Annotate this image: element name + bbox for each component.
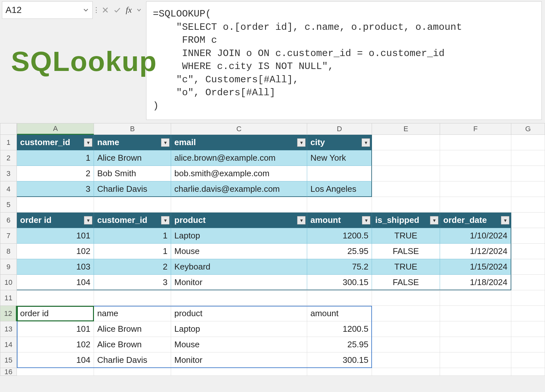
row-header[interactable]: 15	[0, 352, 17, 368]
cell[interactable]: 3	[17, 181, 94, 197]
table-header-cell[interactable]: order id▾	[17, 213, 94, 228]
cell[interactable]	[511, 150, 545, 166]
cell[interactable]	[17, 368, 94, 376]
cell[interactable]	[94, 197, 171, 213]
row-header[interactable]: 9	[0, 259, 17, 275]
cell[interactable]: Mouse	[171, 244, 307, 259]
cell[interactable]	[440, 306, 511, 321]
cell[interactable]: 25.95	[307, 337, 372, 352]
cell[interactable]: amount	[307, 306, 372, 321]
select-all-corner[interactable]	[0, 123, 17, 135]
filter-icon[interactable]: ▾	[297, 216, 306, 225]
cell[interactable]: 1/12/2024	[440, 244, 511, 259]
cell[interactable]	[307, 197, 372, 213]
cell[interactable]: 1200.5	[307, 228, 372, 244]
cell[interactable]: Mouse	[171, 337, 307, 352]
cell[interactable]: order id	[17, 306, 94, 321]
row-header[interactable]: 16	[0, 368, 17, 376]
row-header[interactable]: 11	[0, 290, 17, 306]
cell[interactable]: 1	[94, 228, 171, 244]
table-header-cell[interactable]: product▾	[171, 213, 307, 228]
cell[interactable]	[372, 150, 440, 166]
cell[interactable]: TRUE	[372, 228, 440, 244]
row-header[interactable]: 13	[0, 321, 17, 337]
column-header-e[interactable]: E	[372, 123, 440, 135]
cell[interactable]	[511, 368, 545, 376]
row-header[interactable]: 12	[0, 306, 17, 321]
row-header[interactable]: 8	[0, 244, 17, 259]
fx-icon[interactable]: fx	[126, 5, 132, 15]
cell[interactable]	[372, 337, 440, 352]
cell[interactable]	[171, 368, 307, 376]
cell[interactable]	[440, 352, 511, 368]
table-header-cell[interactable]: amount▾	[307, 213, 372, 228]
filter-icon[interactable]: ▾	[501, 216, 509, 225]
row-header[interactable]: 4	[0, 181, 17, 197]
row-header[interactable]: 6	[0, 213, 17, 228]
cell[interactable]	[440, 150, 511, 166]
row-header[interactable]: 1	[0, 135, 17, 150]
column-header-g[interactable]: G	[511, 123, 545, 135]
cell[interactable]	[440, 337, 511, 352]
name-box[interactable]: A12	[2, 1, 93, 19]
cell[interactable]	[17, 197, 94, 213]
cell[interactable]: Monitor	[171, 275, 307, 290]
cell[interactable]	[171, 290, 307, 306]
filter-icon[interactable]: ▾	[161, 138, 169, 147]
cell[interactable]: 102	[17, 244, 94, 259]
cell[interactable]: 1	[17, 150, 94, 166]
formula-input[interactable]: =SQLOOKUP( "SELECT o.[order id], c.name,…	[146, 1, 542, 120]
cell[interactable]: Bob Smith	[94, 166, 171, 181]
cell[interactable]	[17, 290, 94, 306]
cell[interactable]: Monitor	[171, 352, 307, 368]
cell[interactable]	[372, 166, 440, 181]
cell[interactable]: 104	[17, 352, 94, 368]
chevron-down-icon[interactable]	[83, 7, 89, 13]
row-header[interactable]: 10	[0, 275, 17, 290]
cell[interactable]	[440, 197, 511, 213]
cell[interactable]: Alice Brown	[94, 337, 171, 352]
cell[interactable]: FALSE	[372, 275, 440, 290]
cell[interactable]: Keyboard	[171, 259, 307, 275]
cell[interactable]: Alice Brown	[94, 150, 171, 166]
row-header[interactable]: 3	[0, 166, 17, 181]
cell[interactable]	[511, 321, 545, 337]
cell[interactable]	[511, 213, 545, 228]
cell[interactable]	[372, 321, 440, 337]
cell[interactable]	[511, 306, 545, 321]
row-header[interactable]: 14	[0, 337, 17, 352]
cell[interactable]	[511, 135, 545, 150]
table-header-cell[interactable]: customer_id▾	[94, 213, 171, 228]
cell[interactable]: alice.brown@example.com	[171, 150, 307, 166]
cell[interactable]: 101	[17, 321, 94, 337]
cell[interactable]	[511, 228, 545, 244]
cell[interactable]	[511, 244, 545, 259]
cell[interactable]	[511, 197, 545, 213]
cell[interactable]	[511, 337, 545, 352]
cell[interactable]	[372, 306, 440, 321]
cell[interactable]: Laptop	[171, 228, 307, 244]
filter-icon[interactable]: ▾	[84, 216, 92, 225]
column-header-d[interactable]: D	[307, 123, 372, 135]
cell[interactable]	[511, 181, 545, 197]
cell[interactable]: 3	[94, 275, 171, 290]
cell[interactable]: New York	[307, 150, 372, 166]
cell[interactable]	[372, 135, 440, 150]
table-header-cell[interactable]: email▾	[171, 135, 307, 150]
cell[interactable]	[511, 275, 545, 290]
chevron-down-icon[interactable]	[137, 8, 141, 12]
cell[interactable]: 101	[17, 228, 94, 244]
cell[interactable]	[440, 166, 511, 181]
cell[interactable]	[440, 135, 511, 150]
cell[interactable]: Charlie Davis	[94, 181, 171, 197]
cell[interactable]	[511, 352, 545, 368]
column-header-a[interactable]: A	[17, 123, 94, 135]
cell[interactable]	[511, 166, 545, 181]
cell[interactable]	[372, 181, 440, 197]
cell[interactable]	[372, 197, 440, 213]
cell[interactable]: Laptop	[171, 321, 307, 337]
filter-icon[interactable]: ▾	[297, 138, 306, 147]
table-header-cell[interactable]: name▾	[94, 135, 171, 150]
cell[interactable]: 300.15	[307, 352, 372, 368]
column-header-f[interactable]: F	[440, 123, 511, 135]
